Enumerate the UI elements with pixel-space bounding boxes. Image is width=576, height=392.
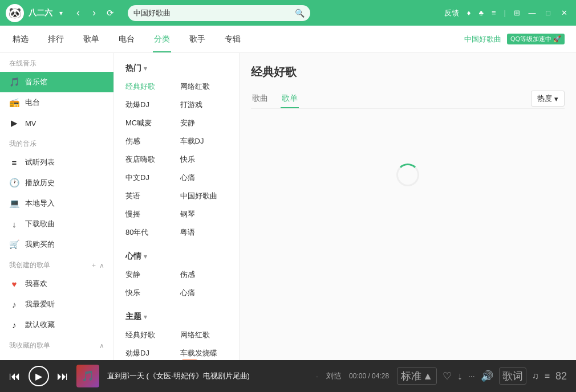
tab-fenlei[interactable]: 分类	[153, 26, 171, 52]
sidebar-item-purchased[interactable]: 🛒 我购买的	[0, 234, 113, 255]
menu-icon[interactable]: ≡	[489, 7, 498, 18]
like-icon[interactable]: ♡	[443, 370, 452, 382]
cat-item-mood-xintong[interactable]: 心痛	[177, 284, 232, 301]
theme-section-header[interactable]: 主题 ▾	[114, 307, 239, 326]
separator: |	[502, 7, 508, 18]
sidebar-item-mv[interactable]: ▶ MV	[0, 113, 113, 133]
play-button[interactable]: ▶	[29, 366, 49, 386]
mood-section-header[interactable]: 心情 ▾	[114, 247, 239, 266]
my-playlist-label: 我创建的歌单	[9, 260, 50, 270]
download-label: 下载歌曲	[25, 219, 104, 229]
sidebar: 在线音乐 🎵 音乐馆 📻 电台 ▶ MV 我的音乐 ≡ 试听列表 🕐 播放历史 …	[0, 53, 114, 360]
sidebar-item-favorites[interactable]: ♥ 我喜欢	[0, 273, 113, 294]
player-cover[interactable]: 🎵	[76, 365, 99, 387]
playlist-toggle-icon[interactable]: ≡	[545, 371, 550, 381]
cat-item-chezai[interactable]: 车载DJ	[177, 133, 232, 150]
sidebar-item-music-hall[interactable]: 🎵 音乐馆	[0, 72, 113, 92]
cat-item-mood-shang[interactable]: 伤感	[177, 266, 232, 283]
content-tab-songs[interactable]: 歌曲	[251, 89, 269, 108]
collapse-saved-icon[interactable]: ∧	[99, 342, 104, 350]
cat-item-anjing[interactable]: 安静	[177, 115, 232, 132]
sidebar-item-most-loved[interactable]: ♪ 我最爱听	[0, 294, 113, 315]
search-input[interactable]	[133, 9, 291, 17]
close-button[interactable]: ✕	[558, 7, 570, 19]
prev-button[interactable]: ⏮	[9, 370, 21, 383]
tab-zhuanji[interactable]: 专辑	[224, 26, 242, 52]
purchased-label: 我购买的	[25, 239, 104, 250]
cat-item-jingdian[interactable]: 经典好歌	[122, 78, 177, 95]
sidebar-item-download[interactable]: ↓ 下载歌曲	[0, 214, 113, 234]
sidebar-item-default-collect[interactable]: ♪ 默认收藏	[0, 315, 113, 335]
my-playlist-section: 我创建的歌单 + ∧	[0, 255, 113, 273]
mood-section-label: 心情	[125, 251, 141, 262]
cat-item-wangluo[interactable]: 网络红歌	[177, 78, 232, 95]
next-button[interactable]: ⏭	[57, 370, 68, 383]
feedback-btn[interactable]: 反馈	[442, 7, 461, 19]
cat-item-night[interactable]: 夜店嗨歌	[122, 151, 177, 168]
sidebar-item-playlist[interactable]: ≡ 试听列表	[0, 152, 113, 173]
download-icon[interactable]: ↓	[457, 370, 463, 382]
nav-refresh-button[interactable]: ⟳	[103, 6, 117, 21]
equalizer-icon[interactable]: ♫	[532, 371, 539, 381]
mood-section-grid: 安静 伤感 快乐 心痛	[114, 266, 239, 301]
playlist-icon: ≡	[9, 158, 19, 168]
cat-item-china-song[interactable]: 中国好歌曲	[177, 187, 232, 205]
cat-item-kuaile[interactable]: 快乐	[177, 151, 232, 168]
saved-playlist-label: 我收藏的歌单	[9, 341, 50, 350]
search-icon[interactable]: 🔍	[295, 9, 305, 18]
dropdown-arrow: ▾	[59, 9, 63, 17]
cat-item-djbao[interactable]: 劲爆DJ	[122, 96, 177, 113]
sidebar-item-local[interactable]: 💻 本地导入	[0, 193, 113, 214]
tab-jingxuan[interactable]: 精选	[11, 26, 30, 52]
nav-forward-button[interactable]: ›	[87, 6, 102, 21]
highlight-link[interactable]: 中国好歌曲	[464, 34, 501, 44]
maximize-button[interactable]: □	[542, 7, 554, 19]
saved-playlist-section: 我收藏的歌单 ∧	[0, 335, 113, 354]
cat-item-theme-dj[interactable]: 劲爆DJ	[122, 345, 177, 360]
avatar[interactable]: 🐼	[6, 4, 24, 22]
minimize-button[interactable]: —	[526, 7, 538, 19]
category-sidebar: 热门 ▾ 经典好歌 网络红歌 劲爆DJ 打游戏 MC喊麦 安静 伤感 车载DJ …	[114, 53, 240, 360]
tab-paihang[interactable]: 排行	[47, 26, 65, 52]
cat-item-manyao[interactable]: 慢摇	[122, 206, 177, 223]
content-title-area: 经典好歌	[251, 64, 565, 80]
cat-item-piano[interactable]: 钢琴	[177, 206, 232, 223]
content-area: 热门 ▾ 经典好歌 网络红歌 劲爆DJ 打游戏 MC喊麦 安静 伤感 车载DJ …	[114, 53, 576, 360]
tab-geshou[interactable]: 歌手	[188, 26, 206, 52]
quality-button[interactable]: 标准 ▲	[397, 368, 437, 385]
volume-icon[interactable]: 🔊	[481, 370, 493, 382]
cat-item-theme-chezai[interactable]: 车载发烧碟HOT	[177, 345, 232, 360]
content-tab-playlists[interactable]: 歌单	[281, 89, 299, 108]
sort-button[interactable]: 热度 ▾	[531, 91, 565, 107]
local-label: 本地导入	[25, 198, 104, 209]
cat-item-mood-anjing[interactable]: 安静	[122, 266, 177, 283]
hot-section-header[interactable]: 热门 ▾	[114, 59, 239, 78]
tab-gedan[interactable]: 歌单	[82, 26, 100, 52]
cat-item-theme-jingdian[interactable]: 经典好歌	[122, 326, 177, 344]
nav-back-button[interactable]: ‹	[71, 6, 86, 21]
qq-badge[interactable]: QQ等级加速中 🚀	[507, 34, 565, 44]
gift-icon[interactable]: ♣	[476, 7, 486, 18]
cat-item-xintong[interactable]: 心痛	[177, 169, 232, 186]
cat-item-mc[interactable]: MC喊麦	[122, 115, 177, 132]
cat-item-zhongwen[interactable]: 中文DJ	[122, 169, 177, 186]
favorites-label: 我喜欢	[25, 279, 104, 289]
cat-item-theme-wangluo[interactable]: 网络红歌	[177, 326, 232, 344]
cat-item-english[interactable]: 英语	[122, 187, 177, 205]
more-icon[interactable]: ···	[468, 371, 475, 381]
collapse-playlist-icon[interactable]: ∧	[99, 262, 104, 270]
sidebar-item-radio[interactable]: 📻 电台	[0, 92, 113, 113]
add-playlist-icon[interactable]: +	[92, 262, 96, 270]
cat-item-mood-kuaile[interactable]: 快乐	[122, 284, 177, 301]
purchased-icon: 🛒	[9, 239, 19, 250]
cat-item-shang[interactable]: 伤感	[122, 133, 177, 150]
sidebar-item-history[interactable]: 🕐 播放历史	[0, 173, 113, 193]
cat-item-80s[interactable]: 80年代	[122, 224, 177, 241]
cat-item-games[interactable]: 打游戏	[177, 96, 232, 113]
fullscreen-icon[interactable]: ⊞	[512, 7, 522, 18]
cat-item-cantonese[interactable]: 粤语	[177, 224, 232, 241]
diamond-icon[interactable]: ♦	[465, 7, 473, 18]
content-tabs: 歌曲 歌单 热度 ▾	[251, 89, 565, 109]
lyrics-button[interactable]: 歌词	[499, 368, 526, 385]
tab-diantai[interactable]: 电台	[117, 26, 136, 52]
